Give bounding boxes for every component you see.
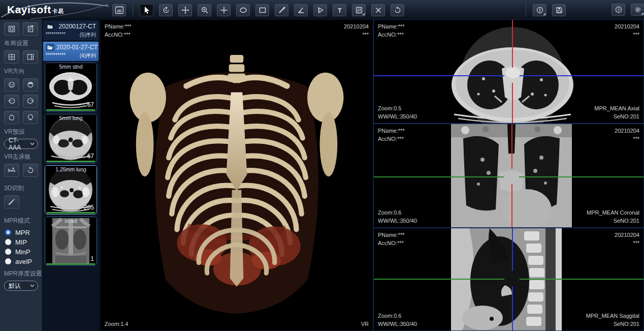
layout-1-2-button[interactable] (23, 50, 38, 64)
vr-mode-overlay: VR (361, 320, 369, 328)
mpr-thickness-select[interactable]: 默认 (4, 281, 38, 291)
vr-ribcage-rendering (125, 34, 348, 317)
sagittal-crosshair-vertical-bottom[interactable] (512, 286, 513, 330)
coronal-accno-overlay: AccNO:*** (378, 135, 405, 143)
vr-head-top-icon (8, 113, 16, 122)
view-2d-button[interactable]: 2D (112, 4, 126, 16)
delete-x-icon (374, 6, 382, 14)
grid-2x2-layout-button[interactable] (4, 50, 19, 64)
settings-button[interactable] (631, 4, 644, 16)
logo: Kayisoft卡易 (0, 0, 109, 19)
probe-arrow-icon (316, 6, 325, 14)
ellipse-roi-icon (239, 6, 247, 14)
thumbnail-image-count: 1 (90, 255, 94, 262)
svg-text:?: ? (617, 8, 620, 12)
axial-crosshair-vertical-bottom[interactable] (512, 83, 513, 123)
crosshair-icon (220, 6, 228, 14)
mpr-mode-radio-mpr[interactable]: MPR (5, 228, 39, 237)
coronal-crosshair-vertical-bottom[interactable] (511, 184, 512, 227)
rotate-3d-tool-button[interactable] (159, 4, 173, 16)
axial-date-overlay: 20210204 (615, 22, 639, 31)
pencil-measure-icon (278, 6, 286, 14)
mpr-mode-radio-minp[interactable]: MinP (5, 247, 39, 256)
radio-label: MPR (15, 229, 30, 236)
thumbnail-progress-bar (46, 212, 95, 214)
vr-head-right-button[interactable] (23, 95, 38, 108)
scalpel-button[interactable] (4, 195, 19, 208)
series-thumbnail-5mm-lung[interactable]: 5mm lung 67 (45, 114, 97, 163)
save-button[interactable] (552, 4, 566, 16)
series-info-button[interactable] (23, 22, 38, 36)
thumbnail-image-count: 67 (87, 153, 94, 160)
restore-icon (26, 166, 35, 174)
vr-bed-removal-label: VR去床板 (4, 153, 39, 161)
pacs-viewer-app: Kayisoft卡易 2D (0, 0, 644, 331)
vr-head-back-button[interactable] (23, 78, 38, 92)
sagittal-series-label-overlay: MPR_MEAN Saggital (586, 312, 639, 320)
vr-direction-label: VR方向 (4, 67, 39, 76)
coronal-crosshair-horizontal-left[interactable] (374, 176, 504, 177)
pencil-measure-tool-button[interactable] (275, 4, 288, 16)
mpr-axial-viewport[interactable]: PName:*** AccNO:*** 20210204 *** Zoom:0.… (373, 19, 644, 124)
sagittal-crosshair-horizontal-right[interactable] (520, 279, 643, 280)
thumbnail-progress-bar (46, 263, 95, 265)
vr-head-bottom-button[interactable] (23, 111, 38, 124)
toolbar-divider (526, 4, 526, 17)
chevron-down-icon (30, 284, 35, 287)
help-button[interactable]: ? (611, 4, 625, 16)
zoom-in-tool-button[interactable] (198, 4, 211, 16)
mpr-thickness-value: 默认 (9, 282, 21, 290)
mpr-coronal-viewport[interactable]: PName:*** AccNO:*** 20210204 *** Zoom:0.… (373, 124, 644, 228)
single-view-button[interactable] (4, 22, 19, 36)
vr-head-top-button[interactable] (4, 111, 19, 124)
angle-measure-tool-button[interactable] (294, 4, 308, 16)
pan-tool-button[interactable] (178, 4, 192, 16)
series-thumbnail-5mm-stnd[interactable]: 5mm stnd 67 (45, 63, 97, 112)
help-circle-icon: ? (615, 6, 623, 14)
vr-preset-select[interactable]: CT-AAA (4, 139, 38, 149)
radio-selected-icon (5, 229, 11, 235)
brand-suffix: 卡易 (52, 8, 64, 14)
window-level-tool-button[interactable] (352, 4, 366, 16)
axial-crosshair-vertical-top[interactable] (512, 20, 513, 68)
mpr-mode-radio-aveip[interactable]: aveIP (5, 257, 39, 266)
save-disk-icon (555, 6, 563, 14)
axial-crosshair-horizontal-left[interactable] (374, 75, 504, 76)
cursor-tool-button[interactable] (140, 4, 153, 16)
thumbnail-label: 5mm stnd (45, 64, 96, 70)
vr-head-left-button[interactable] (4, 95, 19, 108)
sagittal-crosshair-horizontal-left[interactable] (374, 279, 504, 280)
axial-masked-overlay: *** (615, 31, 639, 39)
radio-unselected-icon (5, 249, 11, 255)
crosshair-tool-button[interactable] (217, 4, 231, 16)
vr-head-front-button[interactable] (4, 78, 19, 92)
radio-label: MinP (15, 248, 30, 256)
rect-roi-tool-button[interactable] (255, 4, 269, 16)
delete-x-tool-button[interactable] (371, 4, 385, 16)
study-item-2-selected[interactable]: 2020-01-27-CT ********** (4)序列 (43, 42, 99, 61)
info-button[interactable] (533, 4, 546, 16)
mpr-mode-label: MPR模式 (4, 217, 39, 225)
axial-crosshair-horizontal-right[interactable] (520, 75, 643, 76)
bed-restore-button[interactable] (23, 164, 38, 177)
vr-3d-viewport[interactable]: PName:*** AccNO:*** 20210204 *** Zoom:1.… (100, 19, 373, 331)
text-annotation-tool-button[interactable]: T (333, 4, 346, 16)
bed-remove-button[interactable] (4, 164, 19, 177)
axial-seno-overlay: SeNO:201 (594, 112, 639, 121)
series-thumbnail-scout[interactable]: scout 1 (45, 217, 97, 266)
mpr-mode-radio-mip[interactable]: MIP (5, 237, 39, 247)
ellipse-roi-tool-button[interactable] (236, 4, 250, 16)
sagittal-accno-overlay: AccNO:*** (378, 239, 405, 247)
reset-view-tool-button[interactable] (391, 4, 404, 16)
probe-arrow-tool-button[interactable] (313, 4, 327, 16)
thumbnail-image-count: 265 (84, 204, 94, 211)
series-thumbnail-1-25mm-lung[interactable]: 1.25mm lung 265 (45, 165, 97, 215)
bed-remove-icon (8, 166, 16, 174)
study-item-1[interactable]: 20200127-CT ********** (5)序列 (43, 21, 99, 40)
mpr-sagittal-viewport[interactable]: PName:*** AccNO:*** 20210204 *** Zoom:0.… (373, 228, 644, 331)
vr-head-back-icon (26, 81, 35, 89)
coronal-crosshair-horizontal-right[interactable] (519, 176, 643, 177)
radio-label: MIP (15, 238, 27, 246)
coronal-crosshair-vertical-top[interactable] (511, 124, 512, 169)
sagittal-crosshair-vertical-top[interactable] (512, 228, 513, 271)
